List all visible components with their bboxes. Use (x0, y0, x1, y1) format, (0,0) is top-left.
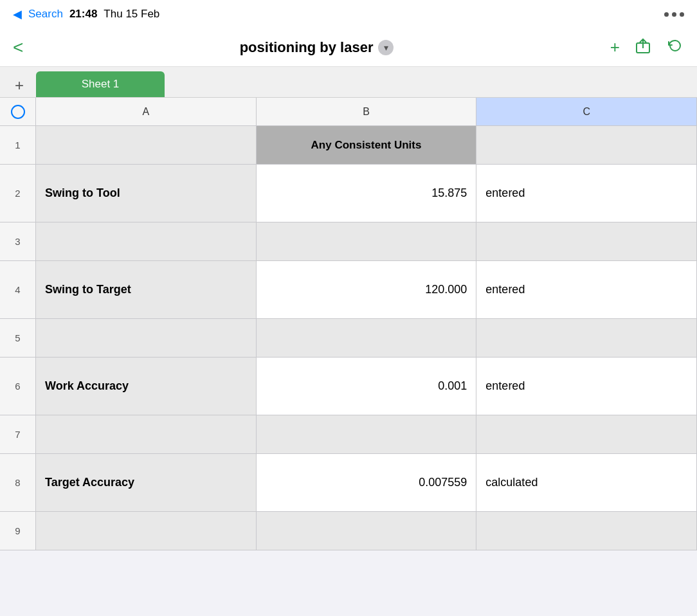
cell-r6-c1[interactable]: 0.001 (257, 358, 477, 415)
col-header-c[interactable]: C (476, 98, 697, 125)
back-arrow-icon: ◀ (13, 7, 22, 21)
nav-title-area: positioning by laser ▾ (240, 39, 394, 56)
table-row: 3 (0, 222, 697, 261)
row-number: 9 (0, 512, 36, 550)
cell-r2-c2[interactable]: entered (476, 165, 697, 222)
chevron-left-icon: < (13, 37, 23, 58)
spreadsheet-area: A B C 1Any Consistent Units2Swing to Too… (0, 98, 697, 550)
status-left: ◀ Search 21:48 Thu 15 Feb (13, 7, 159, 21)
cell-r8-c1[interactable]: 0.007559 (257, 454, 477, 511)
row-number: 1 (0, 126, 36, 164)
cell-r1-c2[interactable] (476, 126, 697, 164)
cell-r8-c2[interactable]: calculated (476, 454, 697, 511)
data-rows: 1Any Consistent Units2Swing to Tool15.87… (0, 126, 697, 550)
cell-r5-c1[interactable] (257, 319, 477, 357)
cell-r5-c2[interactable] (476, 319, 697, 357)
row-num-header (0, 98, 36, 125)
add-button[interactable]: + (610, 37, 620, 57)
status-time: 21:48 (69, 8, 97, 21)
document-title[interactable]: positioning by laser (240, 39, 374, 56)
status-dots (664, 12, 684, 17)
column-headers-row: A B C (0, 98, 697, 126)
table-row: 8Target Accuracy0.007559calculated (0, 454, 697, 512)
cell-r3-c2[interactable] (476, 222, 697, 260)
nav-bar: < positioning by laser ▾ + (0, 28, 697, 67)
nav-actions: + (610, 37, 684, 59)
row-number: 6 (0, 358, 36, 415)
cell-r6-c2[interactable]: entered (476, 358, 697, 415)
table-row: 1Any Consistent Units (0, 126, 697, 165)
table-row: 2Swing to Tool15.875entered (0, 165, 697, 222)
row-number: 5 (0, 319, 36, 357)
status-bar: ◀ Search 21:48 Thu 15 Feb (0, 0, 697, 28)
cell-r9-c1[interactable] (257, 512, 477, 550)
row-number: 4 (0, 261, 36, 318)
cell-r4-c0[interactable]: Swing to Target (36, 261, 257, 318)
table-row: 5 (0, 319, 697, 358)
chevron-down-icon: ▾ (384, 42, 388, 53)
share-button[interactable] (634, 37, 652, 59)
row-number: 8 (0, 454, 36, 511)
row-number: 2 (0, 165, 36, 222)
cell-r7-c2[interactable] (476, 415, 697, 453)
cell-r5-c0[interactable] (36, 319, 257, 357)
cell-r4-c2[interactable]: entered (476, 261, 697, 318)
cell-r9-c0[interactable] (36, 512, 257, 550)
cell-r1-c1[interactable]: Any Consistent Units (257, 126, 477, 164)
status-date: Thu 15 Feb (104, 8, 159, 21)
cell-r7-c0[interactable] (36, 415, 257, 453)
cell-r7-c1[interactable] (257, 415, 477, 453)
title-dropdown-button[interactable]: ▾ (378, 40, 394, 55)
cell-r6-c0[interactable]: Work Accuracy (36, 358, 257, 415)
cell-r3-c1[interactable] (257, 222, 477, 260)
row-number: 3 (0, 222, 36, 260)
row-number: 7 (0, 415, 36, 453)
sheets-row: + Sheet 1 (0, 67, 697, 98)
search-back-label[interactable]: Search (28, 8, 63, 21)
add-sheet-button[interactable]: + (6, 74, 32, 97)
cell-r2-c1[interactable]: 15.875 (257, 165, 477, 222)
cell-r4-c1[interactable]: 120.000 (257, 261, 477, 318)
cell-r1-c0[interactable] (36, 126, 257, 164)
cell-r8-c0[interactable]: Target Accuracy (36, 454, 257, 511)
cell-r2-c0[interactable]: Swing to Tool (36, 165, 257, 222)
select-all-icon[interactable] (11, 105, 25, 119)
nav-back-button[interactable]: < (13, 37, 23, 58)
col-header-a[interactable]: A (36, 98, 257, 125)
table-row: 6Work Accuracy0.001entered (0, 358, 697, 415)
table-row: 7 (0, 415, 697, 454)
table-row: 9 (0, 512, 697, 550)
sheet-tab-1[interactable]: Sheet 1 (36, 71, 165, 97)
table-row: 4Swing to Target120.000entered (0, 261, 697, 319)
col-header-b[interactable]: B (257, 98, 477, 125)
undo-button[interactable] (666, 37, 684, 59)
cell-r3-c0[interactable] (36, 222, 257, 260)
cell-r9-c2[interactable] (476, 512, 697, 550)
